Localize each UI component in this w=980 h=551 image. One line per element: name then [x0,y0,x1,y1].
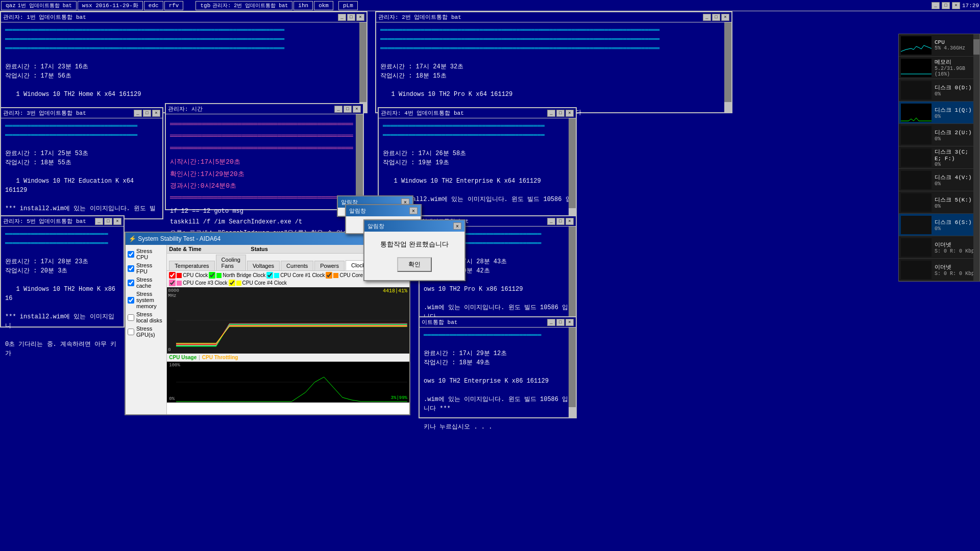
perf-item-disk3[interactable]: 디스크 3(C; E; F:) 0% [899,146,979,169]
perf-scrollbar[interactable] [973,34,979,281]
taskbar-item-plm[interactable]: pLm [338,1,358,10]
cmd-titlebar-3[interactable]: 관리자: 3번 업데이트통합 bat _ □ × [1,108,162,118]
cmd-close-1[interactable]: × [356,14,364,21]
perf-item-cpu[interactable]: CPU 5% 4.36GHz [899,34,979,57]
cmd-minimize-1[interactable]: _ [338,14,346,21]
aida-cb-stress-gpu[interactable]: Stress GPU(s) [128,324,164,339]
cmd-controls-7[interactable]: _ □ × [547,319,574,326]
cmd-restore-1[interactable]: □ [347,14,355,21]
perf-label-disk2: 디스크 2(U:) [935,129,972,136]
taskbar-item-ihn[interactable]: ihn [293,1,313,10]
cmd-scrollbar-1[interactable] [359,22,366,112]
cmd-minimize-5[interactable]: _ [95,218,103,225]
aida-cb-stress-fpu[interactable]: Stress FPU [128,261,164,276]
cmd-controls-4[interactable]: _ □ × [547,110,574,117]
time-controls[interactable]: _ □ × [334,106,361,113]
perf-label-disk0: 디스크 0(D:) [935,84,972,91]
cmd-minimize-7[interactable]: _ [547,319,555,326]
perf-label-disk5: 디스크 5(K:) [935,196,972,204]
cmd-controls-2[interactable]: _ □ × [703,14,729,21]
perf-item-disk4[interactable]: 디스크 4(V:) 0% [899,169,979,191]
taskbar-minimize-btn[interactable]: _ [932,2,940,9]
cmd-scrollbar-thumb-2[interactable] [724,102,731,112]
legend-nb-clock: North Bridge Clock [209,272,265,279]
cmd-restore-4[interactable]: □ [556,110,565,117]
aida-title: ⚡ System Stability Test - AIDA64 [129,235,220,242]
taskbar-item-qaz[interactable]: qaz 1번 업데이트통합 bat [1,1,77,10]
perf-value-eth2: S: 0 R: 0 Kbps [935,271,977,277]
aida-tab-currents[interactable]: Currents [281,261,313,270]
cmd-scrollbar-thumb-7[interactable] [569,407,576,417]
alert-close-3[interactable]: × [453,222,461,230]
cmd-scrollbar-2[interactable] [724,22,731,112]
cmd-minimize-2[interactable]: _ [703,14,711,21]
taskbar-item-wsx[interactable]: wsx 2016-11-29-화 [78,1,143,10]
cmd-minimize-3[interactable]: _ [134,110,142,117]
cmd-titlebar-4[interactable]: 관리자: 4번 업데이트통합 bat _ □ × [379,108,576,118]
taskbar-item-edc[interactable]: edc [144,1,163,10]
alert-titlebar-2[interactable]: 알림창 × [346,205,421,216]
perf-item-memory[interactable]: 메모리 5.2/31.9GB (16%) [899,57,979,79]
aida-cb-stress-cpu[interactable]: Stress CPU [128,247,164,261]
alert-ok-button[interactable]: 확인 [397,257,432,272]
perf-item-eth2[interactable]: 이더넷 S: 0 R: 0 Kbps [899,259,979,281]
cmd-controls-1[interactable]: _ □ × [338,14,364,21]
cmd-restore-6[interactable]: □ [556,218,565,225]
cmd-close-4[interactable]: × [566,110,574,117]
cmd-restore-2[interactable]: □ [712,14,720,21]
perf-graph-disk2 [901,126,932,144]
perf-item-disk1[interactable]: 디스크 1(Q:) 0% [899,102,979,124]
perf-graph-disk1 [901,104,932,122]
taskbar-close-btn[interactable]: × [952,2,960,9]
taskbar-item-okm[interactable]: okm [314,1,333,10]
cmd-scrollbar-6[interactable] [569,227,576,327]
time-restore[interactable]: □ [344,106,352,113]
cmd-scrollbar-4[interactable] [569,118,576,218]
cmd-restore-7[interactable]: □ [556,319,565,326]
cmd-controls-6[interactable]: _ □ × [547,218,574,225]
time-minimize[interactable]: _ [334,106,342,113]
cmd-controls-5[interactable]: _ □ × [95,218,121,225]
cmd-titlebar-1[interactable]: 관리자: 1번 업데이트통합 bat _ □ × [1,12,366,22]
cmd-restore-3[interactable]: □ [143,110,151,117]
cmd-minimize-6[interactable]: _ [547,218,555,225]
taskbar-item-rfv[interactable]: rfv [164,1,184,10]
cmd-close-7[interactable]: × [566,319,574,326]
perf-item-eth1[interactable]: 이더넷 S: 0 R: 0 Kbps [899,236,979,259]
cmd-restore-5[interactable]: □ [104,218,112,225]
cmd-minimize-4[interactable]: _ [547,110,555,117]
cmd-titlebar-5[interactable]: 관리자: 5번 업데이트통합 bat _ □ × [1,216,124,227]
perf-label-disk6: 디스크 6(S:) [935,218,972,226]
cmd-close-5[interactable]: × [113,218,121,225]
cmd-titlebar-2[interactable]: 관리자: 2번 업데이트통합 bat _ □ × [376,12,731,22]
aida-cb-stress-disks[interactable]: Stress local disks [128,310,164,324]
cmd-close-6[interactable]: × [566,218,574,225]
perf-label-disk4: 디스크 4(V:) [935,173,972,181]
perf-item-disk2[interactable]: 디스크 2(U:) 0% [899,124,979,146]
perf-item-disk5[interactable]: 디스크 5(K:) 0% [899,191,979,214]
aida-cb-stress-cache[interactable]: Stress cache [128,276,164,290]
taskbar[interactable]: qaz 1번 업데이트통합 bat wsx 2016-11-29-화 edc r… [0,0,980,11]
perf-item-disk0[interactable]: 디스크 0(D:) 0% [899,79,979,102]
perf-item-disk6[interactable]: 디스크 6(S:) 0% [899,214,979,236]
aida-cb-stress-mem[interactable]: Stress system memory [128,290,164,310]
cmd-close-3[interactable]: × [152,110,160,117]
cmd-title-4: 관리자: 4번 업데이트통합 bat [381,109,464,117]
cmd-scrollbar-7[interactable] [569,328,576,417]
perf-value-disk3: 0% [935,162,977,167]
taskbar-restore-btn[interactable]: □ [942,2,950,9]
cmd-controls-3[interactable]: _ □ × [134,110,160,117]
alert-close-2[interactable]: × [409,207,418,214]
cmd-close-2[interactable]: × [721,14,729,21]
alert-titlebar-3[interactable]: 알림창 × [364,220,464,232]
aida-tab-powers[interactable]: Powers [314,261,345,270]
taskbar-item-tgb[interactable]: tgb 관리자: 2번 업데이트통합 bat [195,1,292,10]
aida-tab-cooling-fans[interactable]: Cooling Fans [216,255,246,270]
cmd-titlebar-7[interactable]: 이트통합 bat _ □ × [420,317,576,328]
time-titlebar[interactable]: 관리자: 시간 _ □ × [166,104,363,114]
perf-scrollbar-thumb[interactable] [973,39,979,55]
aida-tab-voltages[interactable]: Voltages [247,261,280,270]
aida-tab-temperatures[interactable]: Temperatures [169,261,214,270]
time-close[interactable]: × [353,106,361,113]
perf-label-eth2: 이더넷 [935,263,977,271]
